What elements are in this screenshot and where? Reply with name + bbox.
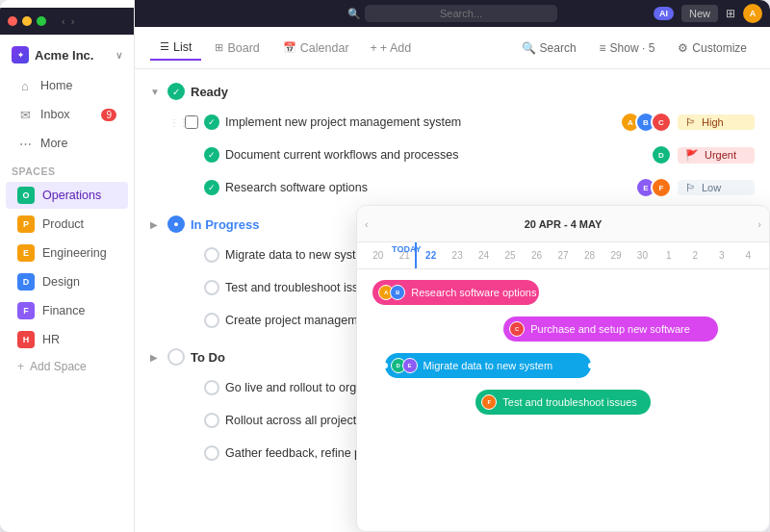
todo-section-title: To Do	[191, 350, 225, 365]
search-toolbar-label: Search	[540, 41, 577, 55]
space-hr-label: HR	[42, 333, 60, 346]
forward-icon[interactable]: ›	[71, 15, 75, 27]
space-dot-product: P	[17, 215, 35, 233]
space-operations[interactable]: O Operations	[6, 182, 128, 209]
avatar: C	[651, 112, 672, 133]
bar-avatar: B	[390, 285, 405, 300]
section-ready-header[interactable]: ▼ ✓ Ready	[135, 77, 770, 106]
tab-list[interactable]: ☰ List	[150, 36, 201, 61]
gantt-bar-label: Migrate data to new system	[424, 360, 553, 371]
drag-icon: ⋮⋮	[169, 117, 179, 128]
gantt-day: 1	[655, 250, 681, 261]
space-engineering[interactable]: E Engineering	[6, 240, 128, 266]
customize-button[interactable]: ⚙ Customize	[670, 38, 755, 59]
task-done-icon: ✓	[204, 180, 219, 195]
show-label: Show · 5	[610, 41, 655, 55]
task-empty-icon	[204, 280, 219, 295]
gantt-bar-row: C Purchase and setup new software	[365, 316, 761, 342]
space-operations-label: Operations	[42, 189, 101, 202]
gantt-bar-label: Research software options	[411, 287, 536, 298]
add-view-button[interactable]: + + Add	[363, 37, 420, 60]
maximize-icon[interactable]	[37, 16, 46, 26]
gantt-day: 20	[365, 250, 391, 261]
gantt-header: ‹ 20 APR - 4 MAY ›	[357, 206, 769, 242]
bar-avatars: C	[513, 321, 525, 337]
search-input[interactable]	[365, 5, 557, 22]
search-button[interactable]: 🔍 Search	[514, 38, 584, 59]
tab-calendar[interactable]: 📅 Calendar	[273, 37, 359, 60]
content-area: ▼ ✓ Ready ⋮⋮ ✓ Implement new project man…	[135, 69, 770, 532]
task-name: Implement new project management system	[225, 115, 620, 129]
toolbar-right: 🔍 Search ≡ Show · 5 ⚙ Customize	[514, 38, 755, 59]
priority-label: High	[702, 116, 724, 128]
avatar: D	[651, 144, 672, 165]
gantt-day: 4	[735, 250, 761, 261]
table-row[interactable]: ✓ Document current workflows and process…	[135, 139, 770, 171]
gantt-timeline: TODAY 20 21 22 23 24 25 26 27 28 29 30 1…	[357, 242, 769, 269]
task-checkbox[interactable]	[185, 115, 198, 129]
nav-more[interactable]: ⋯ More	[6, 130, 128, 157]
board-icon: ⊞	[215, 41, 223, 54]
space-dot-hr: H	[17, 331, 35, 348]
add-space-label: Add Space	[30, 360, 87, 373]
space-hr[interactable]: H HR	[6, 326, 128, 353]
tab-list-label: List	[173, 40, 192, 54]
space-design[interactable]: D Design	[6, 268, 128, 295]
app-title: Acme Inc.	[35, 48, 93, 63]
space-product[interactable]: P Product	[6, 211, 128, 238]
gantt-body: A B Research software options C Purc	[357, 269, 769, 425]
gantt-bar-label: Purchase and setup new software	[530, 323, 690, 335]
gantt-day: 3	[708, 250, 734, 261]
nav-inbox[interactable]: ✉ Inbox 9	[6, 101, 128, 128]
logo-chevron-icon: ∨	[116, 50, 122, 61]
search-bar[interactable]: 🔍	[347, 5, 557, 22]
gantt-day: 27	[550, 250, 576, 261]
add-view-label: + Add	[380, 41, 411, 55]
add-space-icon: +	[17, 360, 24, 373]
back-icon[interactable]: ‹	[62, 15, 65, 27]
space-finance[interactable]: F Finance	[6, 297, 128, 324]
grid-icon[interactable]: ⊞	[726, 7, 735, 20]
gantt-bar-row: F Test and troubleshoot issues	[365, 389, 761, 416]
table-row[interactable]: ✓ Research software options E F 🏳 Low	[135, 171, 770, 204]
tab-board[interactable]: ⊞ Board	[205, 37, 269, 60]
gantt-bar-test: F Test and troubleshoot issues	[475, 390, 650, 415]
list-icon: ☰	[160, 40, 169, 53]
gantt-bar-migrate: D E Migrate data to new system	[385, 353, 591, 378]
new-button[interactable]: New	[681, 5, 718, 22]
gantt-day: 29	[603, 250, 629, 261]
nav-home-label: Home	[40, 79, 72, 92]
search-toolbar-icon: 🔍	[522, 41, 536, 55]
show-button[interactable]: ≡ Show · 5	[592, 38, 663, 59]
task-name: Research software options	[225, 181, 635, 194]
bar-avatar: C	[509, 321, 525, 337]
ready-chevron-icon: ▼	[150, 87, 162, 97]
add-space-button[interactable]: + Add Space	[6, 355, 128, 378]
app-logo[interactable]: ✦ Acme Inc. ∨	[0, 38, 134, 71]
main-content: 🔍 AI New ⊞ A ☰ List ⊞ Board 📅 Calenda	[135, 0, 770, 532]
inprogress-chevron-icon: ▶	[150, 219, 162, 230]
task-assignees: E F	[641, 177, 672, 198]
close-icon[interactable]	[8, 16, 17, 26]
flag-icon: 🚩	[685, 149, 699, 162]
bar-avatars: D E	[395, 358, 418, 373]
inprogress-section-title: In Progress	[191, 217, 260, 232]
gantt-day: 24	[471, 250, 497, 261]
flag-icon: 🏳	[685, 182, 696, 193]
inbox-icon: ✉	[17, 107, 33, 122]
user-avatar[interactable]: A	[743, 4, 762, 23]
gantt-next-icon[interactable]: ›	[757, 218, 761, 230]
tab-board-label: Board	[227, 41, 259, 55]
space-dot-design: D	[17, 273, 35, 291]
search-icon: 🔍	[347, 8, 361, 20]
nav-home[interactable]: ⌂ Home	[6, 72, 128, 99]
bar-avatar: F	[481, 394, 497, 410]
gantt-day: 2	[682, 250, 708, 261]
minimize-icon[interactable]	[22, 16, 32, 26]
inbox-badge: 9	[101, 109, 116, 121]
space-dot-engineering: E	[17, 244, 35, 262]
customize-label: Customize	[692, 41, 747, 55]
task-empty-icon	[204, 413, 219, 428]
table-row[interactable]: ⋮⋮ ✓ Implement new project management sy…	[135, 106, 770, 139]
calendar-icon: 📅	[283, 41, 296, 54]
